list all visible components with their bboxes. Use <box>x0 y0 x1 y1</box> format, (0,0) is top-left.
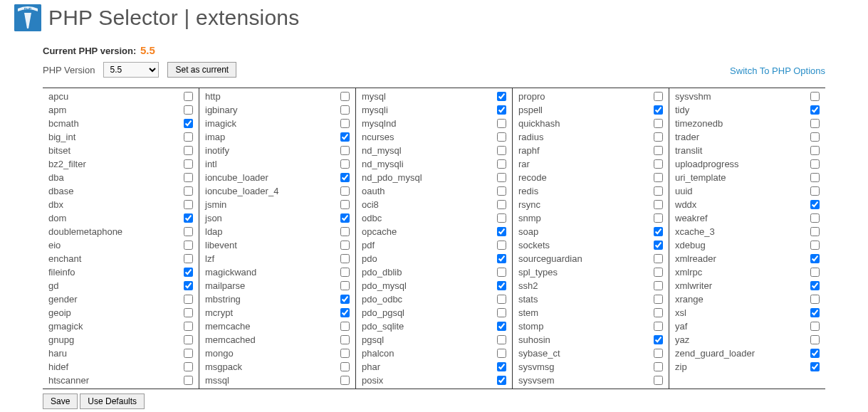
extension-checkbox[interactable] <box>654 335 663 344</box>
extension-checkbox[interactable] <box>810 132 820 142</box>
extension-checkbox[interactable] <box>654 92 663 101</box>
extension-checkbox[interactable] <box>184 200 193 209</box>
extension-checkbox[interactable] <box>497 281 506 290</box>
extension-checkbox[interactable] <box>497 119 506 128</box>
extension-checkbox[interactable] <box>340 173 350 182</box>
extension-checkbox[interactable] <box>810 159 820 169</box>
extension-checkbox[interactable] <box>497 241 506 250</box>
extension-checkbox[interactable] <box>654 159 663 169</box>
extension-checkbox[interactable] <box>497 295 506 304</box>
extension-checkbox[interactable] <box>654 362 663 371</box>
extension-checkbox[interactable] <box>497 349 506 358</box>
extension-checkbox[interactable] <box>810 254 820 263</box>
extension-checkbox[interactable] <box>340 254 350 263</box>
extension-checkbox[interactable] <box>184 322 193 331</box>
extension-checkbox[interactable] <box>497 362 506 371</box>
extension-checkbox[interactable] <box>654 119 663 128</box>
extension-checkbox[interactable] <box>340 105 350 115</box>
extension-checkbox[interactable] <box>340 200 350 209</box>
extension-checkbox[interactable] <box>654 241 663 250</box>
extension-checkbox[interactable] <box>340 362 350 371</box>
extension-checkbox[interactable] <box>184 227 193 236</box>
set-as-current-button[interactable]: Set as current <box>167 62 236 78</box>
extension-checkbox[interactable] <box>810 349 820 358</box>
extension-checkbox[interactable] <box>340 376 350 385</box>
extension-checkbox[interactable] <box>184 268 193 277</box>
extension-checkbox[interactable] <box>184 92 193 101</box>
extension-checkbox[interactable] <box>497 200 506 209</box>
extension-checkbox[interactable] <box>184 254 193 263</box>
extension-checkbox[interactable] <box>340 213 350 223</box>
extension-checkbox[interactable] <box>497 376 506 385</box>
extension-checkbox[interactable] <box>184 308 193 317</box>
extension-checkbox[interactable] <box>654 173 663 182</box>
extension-checkbox[interactable] <box>184 173 193 182</box>
extension-checkbox[interactable] <box>654 322 663 331</box>
extension-checkbox[interactable] <box>340 146 350 155</box>
extension-checkbox[interactable] <box>340 241 350 250</box>
extension-checkbox[interactable] <box>497 308 506 317</box>
extension-checkbox[interactable] <box>497 173 506 182</box>
extension-checkbox[interactable] <box>810 281 820 290</box>
extension-checkbox[interactable] <box>497 186 506 196</box>
extension-checkbox[interactable] <box>184 281 193 290</box>
extension-checkbox[interactable] <box>340 186 350 196</box>
extension-checkbox[interactable] <box>654 146 663 155</box>
extension-checkbox[interactable] <box>654 200 663 209</box>
extension-checkbox[interactable] <box>340 227 350 236</box>
extension-checkbox[interactable] <box>654 132 663 142</box>
extension-checkbox[interactable] <box>184 159 193 169</box>
extension-checkbox[interactable] <box>810 295 820 304</box>
extension-checkbox[interactable] <box>497 105 506 115</box>
extension-checkbox[interactable] <box>184 132 193 142</box>
extension-checkbox[interactable] <box>497 146 506 155</box>
extension-checkbox[interactable] <box>654 105 663 115</box>
extension-checkbox[interactable] <box>810 200 820 209</box>
extension-checkbox[interactable] <box>810 186 820 196</box>
extension-checkbox[interactable] <box>184 105 193 115</box>
extension-checkbox[interactable] <box>654 281 663 290</box>
extension-checkbox[interactable] <box>340 119 350 128</box>
extension-checkbox[interactable] <box>810 335 820 344</box>
extension-checkbox[interactable] <box>497 227 506 236</box>
extension-checkbox[interactable] <box>340 308 350 317</box>
extension-checkbox[interactable] <box>654 213 663 223</box>
extension-checkbox[interactable] <box>184 119 193 128</box>
extension-checkbox[interactable] <box>184 335 193 344</box>
extension-checkbox[interactable] <box>810 105 820 115</box>
extension-checkbox[interactable] <box>497 132 506 142</box>
extension-checkbox[interactable] <box>810 173 820 182</box>
extension-checkbox[interactable] <box>340 295 350 304</box>
extension-checkbox[interactable] <box>340 335 350 344</box>
extension-checkbox[interactable] <box>810 308 820 317</box>
extension-checkbox[interactable] <box>497 254 506 263</box>
extension-checkbox[interactable] <box>184 241 193 250</box>
extension-checkbox[interactable] <box>340 132 350 142</box>
extension-checkbox[interactable] <box>184 376 193 385</box>
extension-checkbox[interactable] <box>810 322 820 331</box>
extension-checkbox[interactable] <box>654 376 663 385</box>
extension-checkbox[interactable] <box>497 213 506 223</box>
extension-checkbox[interactable] <box>654 186 663 196</box>
extension-checkbox[interactable] <box>654 227 663 236</box>
extension-checkbox[interactable] <box>184 295 193 304</box>
extension-checkbox[interactable] <box>497 92 506 101</box>
use-defaults-button[interactable]: Use Defaults <box>80 393 145 409</box>
extension-checkbox[interactable] <box>810 146 820 155</box>
extension-checkbox[interactable] <box>340 349 350 358</box>
extension-checkbox[interactable] <box>184 349 193 358</box>
extension-checkbox[interactable] <box>184 213 193 223</box>
extension-checkbox[interactable] <box>654 349 663 358</box>
extension-checkbox[interactable] <box>810 241 820 250</box>
extension-checkbox[interactable] <box>497 322 506 331</box>
extension-checkbox[interactable] <box>810 362 820 371</box>
extension-checkbox[interactable] <box>340 92 350 101</box>
extension-checkbox[interactable] <box>810 213 820 223</box>
extension-checkbox[interactable] <box>184 186 193 196</box>
extension-checkbox[interactable] <box>654 295 663 304</box>
extension-checkbox[interactable] <box>340 322 350 331</box>
extension-checkbox[interactable] <box>810 268 820 277</box>
extension-checkbox[interactable] <box>810 227 820 236</box>
switch-to-php-options-link[interactable]: Switch To PHP Options <box>730 65 825 76</box>
extension-checkbox[interactable] <box>497 335 506 344</box>
